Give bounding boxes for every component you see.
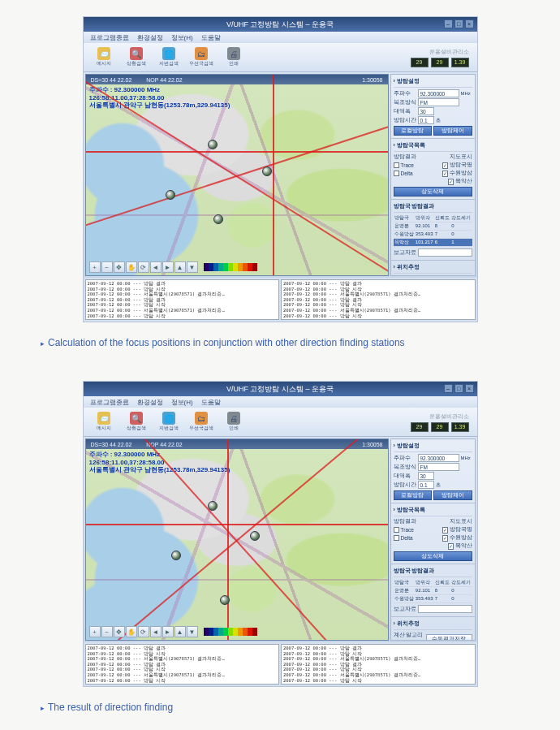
toolbar-btn-search[interactable]: 🔍 상황검색: [124, 410, 149, 434]
time-unit: 초: [436, 117, 447, 124]
clear-trace-button[interactable]: 상도삭제: [394, 551, 472, 561]
station-marker-4[interactable]: [213, 214, 223, 224]
toolbar-btn-message[interactable]: 📨 메시지: [92, 45, 116, 70]
toolbar-btn-priority[interactable]: 🗂 우선국검색: [189, 410, 213, 434]
station-marker-1[interactable]: [208, 140, 218, 149]
bw-input[interactable]: 30: [418, 472, 434, 480]
titlebar: V/UHF 고정방탐 시스템 – 운용국 – □ ×: [84, 382, 477, 396]
maximize-button[interactable]: □: [454, 19, 463, 28]
bottom-area: 2007-09-12 00:00 --- 방탐 결과 2007-09-12 00…: [84, 278, 477, 322]
panel-title-3: 방탐국 방탐결과: [394, 201, 472, 213]
maximize-button[interactable]: □: [454, 384, 463, 393]
map-tool-up[interactable]: ▲: [174, 626, 186, 637]
note-input[interactable]: [418, 248, 472, 257]
bw-input[interactable]: 30: [418, 107, 434, 115]
toolbar-btn-message[interactable]: 📨 메시지: [92, 410, 116, 434]
table-row: 수원방삼353.49370: [394, 595, 472, 603]
menu-item-0[interactable]: 프로그램종료: [90, 33, 129, 42]
map-tool-right[interactable]: ►: [162, 626, 174, 637]
menu-item-0[interactable]: 프로그램종료: [90, 398, 129, 407]
close-button[interactable]: ×: [465, 384, 474, 393]
station-marker-1[interactable]: [208, 501, 218, 511]
menu-item-3[interactable]: 도움말: [201, 398, 221, 407]
search-icon: 🔍: [130, 47, 143, 60]
log-right[interactable]: 2007-09-12 00:00 --- 방탐 결과 2007-09-12 00…: [281, 279, 476, 320]
chk-trace[interactable]: [394, 527, 399, 533]
map-tool-zoom-in[interactable]: +: [89, 626, 101, 637]
chk-station[interactable]: [442, 527, 448, 533]
chk-delta[interactable]: [394, 535, 399, 541]
map-tool-pan[interactable]: ✥: [114, 626, 125, 637]
toolbar-btn-search[interactable]: 🔍 상황검색: [124, 45, 149, 70]
station-marker-2[interactable]: [171, 551, 181, 560]
local-df-button[interactable]: 로컬방탐: [394, 490, 433, 500]
map-tool-hand[interactable]: ✋: [126, 626, 137, 637]
save-result-button[interactable]: 수동결과저장: [426, 634, 472, 641]
station-marker-2[interactable]: [166, 190, 175, 200]
menu-item-3[interactable]: 도움말: [201, 33, 221, 42]
message-icon: 📨: [97, 412, 110, 425]
map-tool-zoom-out[interactable]: −: [101, 626, 113, 637]
map-tool-hand[interactable]: ✋: [126, 261, 137, 273]
menu-item-2[interactable]: 정보(H): [171, 398, 193, 407]
bw-label: 대역폭: [394, 108, 416, 115]
menu-item-1[interactable]: 환경설정: [137, 33, 163, 42]
toolbar-btn-lot[interactable]: 🌐 지번검색: [157, 45, 181, 70]
demod-input[interactable]: FM: [418, 463, 459, 471]
freq-input[interactable]: 92.300000: [418, 89, 459, 97]
chk-trace[interactable]: [394, 162, 399, 168]
map-tool-up[interactable]: ▲: [174, 261, 186, 273]
log-left[interactable]: 2007-09-12 00:00 --- 방탐 결과 2007-09-12 00…: [85, 644, 280, 685]
minimize-button[interactable]: –: [444, 19, 453, 28]
note-input[interactable]: [418, 605, 472, 613]
map-tool-right[interactable]: ►: [162, 261, 174, 273]
toolbar-label-2: 지번검색: [159, 60, 179, 67]
log-left[interactable]: 2007-09-12 00:00 --- 방탐 결과 2007-09-12 00…: [85, 279, 280, 320]
map-tool-left[interactable]: ◄: [150, 261, 162, 273]
map-tool-down[interactable]: ▼: [187, 261, 198, 273]
chk-delta[interactable]: [394, 171, 399, 176]
map-tool-pan[interactable]: ✥: [114, 261, 125, 273]
minimize-button[interactable]: –: [444, 384, 453, 393]
map-tool-zoom-in[interactable]: +: [89, 261, 101, 273]
map-view[interactable]: DS=30 44 22.02 NOP 44 22.02 1:30058 주파수 …: [85, 74, 389, 276]
chk-station-label: 방탐국명: [450, 162, 472, 169]
toolbar-btn-print[interactable]: 🖨 인쇄: [222, 45, 246, 70]
table-row-selected: 목악산101.21761: [394, 239, 472, 247]
chk-mokak[interactable]: [448, 179, 454, 185]
panel-df-result: 방탐국 방탐결과 방탐국방위각신뢰도강도세기 운영분92.10180 수원방삼3…: [391, 200, 475, 261]
toolbar-label-1: 상황검색: [127, 60, 146, 67]
crosshair-v: [227, 439, 229, 640]
toolbar-btn-lot[interactable]: 🌐 지번검색: [157, 410, 181, 434]
map-tool-rotate[interactable]: ⟳: [138, 626, 149, 637]
toolbar-btn-priority[interactable]: 🗂 우선국검색: [189, 45, 213, 70]
station-marker-3[interactable]: [250, 531, 260, 541]
time-input[interactable]: 0.1: [418, 481, 434, 489]
df-control-button[interactable]: 방탐제어: [433, 490, 472, 500]
chk-suwon[interactable]: [442, 535, 448, 542]
map-tool-down[interactable]: ▼: [187, 626, 198, 637]
map-tool-left[interactable]: ◄: [150, 626, 162, 637]
chk-mokak[interactable]: [448, 543, 454, 550]
map-tool-rotate[interactable]: ⟳: [138, 261, 149, 273]
clear-trace-button[interactable]: 상도삭제: [394, 187, 472, 197]
map-header: DS=30 44 22.02 NOP 44 22.02 1:30058: [86, 439, 388, 449]
menu-item-1[interactable]: 환경설정: [137, 398, 163, 407]
map-view[interactable]: DS=30 44 22.02 NOP 44 22.02 1:30058 주파수 …: [85, 438, 389, 641]
station-marker-4[interactable]: [220, 595, 230, 605]
chk-suwon[interactable]: [442, 171, 448, 177]
demod-input[interactable]: FM: [418, 98, 459, 106]
map-tool-zoom-out[interactable]: −: [101, 261, 113, 273]
close-button[interactable]: ×: [465, 19, 474, 28]
panel-df-settings: › 방탐설정 주파수 92.300000 MHz 복조방식 FM 대역폭 30: [391, 75, 475, 139]
toolbar-btn-print[interactable]: 🖨 인쇄: [222, 410, 246, 434]
df-control-button[interactable]: 방탐제어: [433, 126, 472, 136]
menu-item-2[interactable]: 정보(H): [171, 33, 193, 42]
log-right[interactable]: 2007-09-12 00:00 --- 방탐 결과 2007-09-12 00…: [281, 644, 476, 685]
local-df-button[interactable]: 로컬방탐: [394, 126, 433, 136]
chk-station[interactable]: [442, 162, 448, 169]
station-marker-3[interactable]: [262, 166, 272, 176]
print-icon: 🖨: [227, 412, 240, 425]
freq-input[interactable]: 92.300000: [418, 454, 459, 462]
time-input[interactable]: 0.1: [418, 116, 434, 124]
